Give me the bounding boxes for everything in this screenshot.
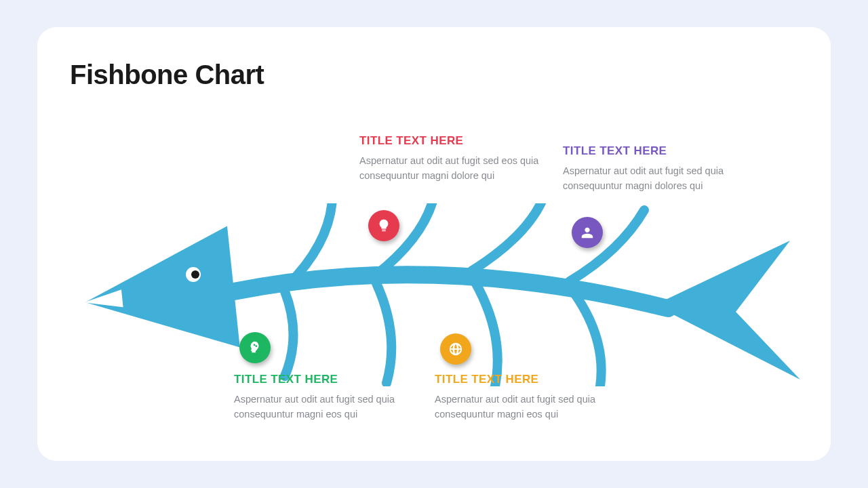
item-title: TITLE TEXT HERE <box>563 144 760 158</box>
item-body: Aspernatur aut odit aut fugit sed quia c… <box>563 163 760 194</box>
item-card: TITLE TEXT HERE Aspernatur aut odit aut … <box>435 373 631 422</box>
item-body: Aspernatur aut odit aut fugit sed quia c… <box>435 392 631 422</box>
globe-icon <box>440 333 471 365</box>
slide-card: Fishbone Chart <box>37 27 831 461</box>
fishbone-figure <box>58 203 810 386</box>
brain-head-icon <box>239 332 271 363</box>
item-body: Aspernatur aut odit aut fugit sed eos qu… <box>359 153 556 184</box>
person-icon <box>572 217 603 248</box>
item-body: Aspernatur aut odit aut fugit sed quia c… <box>234 392 431 422</box>
item-title: TITLE TEXT HERE <box>435 373 631 386</box>
item-card: TITLE TEXT HERE Aspernatur aut odit aut … <box>359 134 556 184</box>
item-title: TITLE TEXT HERE <box>234 373 431 386</box>
item-card: TITLE TEXT HERE Aspernatur aut odit aut … <box>563 144 760 194</box>
item-title: TITLE TEXT HERE <box>359 134 556 148</box>
svg-point-3 <box>191 270 199 279</box>
lightbulb-icon <box>368 210 399 241</box>
svg-marker-0 <box>79 226 240 363</box>
slide-title: Fishbone Chart <box>70 60 264 90</box>
item-card: TITLE TEXT HERE Aspernatur aut odit aut … <box>234 373 431 422</box>
